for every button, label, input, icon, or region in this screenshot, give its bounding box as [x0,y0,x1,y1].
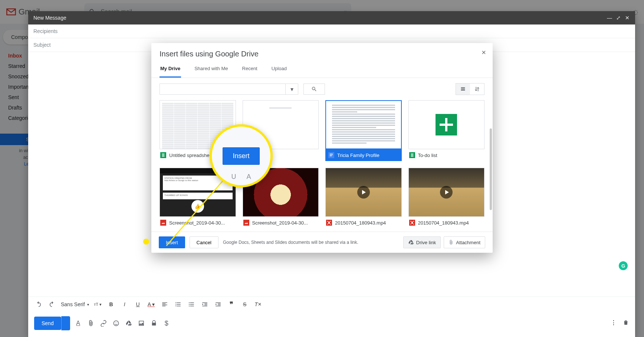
link-icon[interactable] [100,320,107,327]
remove-formatting-icon[interactable]: T✕ [254,300,263,309]
doc-thumb [326,101,401,148]
compose-title: New Message [33,15,66,21]
image-file-icon [243,220,249,226]
numbered-list-icon[interactable] [174,300,183,309]
close-icon[interactable]: ✕ [625,15,630,20]
file-card[interactable]: To-do list [408,100,485,161]
send-button[interactable]: Send [34,317,61,330]
picker-close-icon[interactable]: × [482,48,486,57]
footer-note: Google Docs, Sheets and Slides documents… [223,240,358,245]
picker-view-toggle [456,83,484,95]
text-format-icon[interactable]: A [75,320,82,327]
video-thumb [409,168,484,216]
tab-my-drive[interactable]: My Drive [160,60,181,78]
quote-icon[interactable]: ❞ [227,300,236,309]
picker-title: Insert files using Google Drive [151,43,493,60]
drive-icon[interactable] [125,320,132,327]
picker-footer: Insert Cancel Google Docs, Sheets and Sl… [151,232,493,253]
annotation-callout: Insert UA [210,124,273,187]
italic-icon[interactable]: I [120,300,129,309]
sheets-icon [160,152,166,158]
picker-search-input[interactable] [160,84,286,95]
tab-upload[interactable]: Upload [271,60,288,78]
picker-tabs: My Drive Shared with Me Recent Upload [151,60,493,78]
grammarly-badge[interactable]: G [619,261,628,270]
picker-search-button[interactable] [303,84,325,95]
recipients-field[interactable]: Recipients [28,24,635,38]
emoji-icon[interactable] [112,320,120,327]
send-row: Send A $ ⋮ [28,312,635,337]
sort-icon[interactable] [470,84,484,95]
font-size-icon[interactable]: тT ▾ [93,300,102,309]
play-icon [357,186,370,199]
file-card[interactable]: 20150704_180943.mp4 [408,168,485,229]
annotation-endpoint-dot [143,239,149,245]
attachment-chip[interactable]: Attachment [444,236,485,248]
indent-less-icon[interactable] [200,300,209,309]
formatting-toolbar: Sans Serif ▾ тT ▾ B I U A ▾ ❞ S T✕ [28,297,635,312]
svg-rect-11 [243,220,249,226]
strikethrough-icon[interactable]: S [240,300,249,309]
file-card[interactable]: 20150704_180943.mp4 [325,168,402,229]
text-color-icon[interactable]: A ▾ [147,300,156,309]
file-card[interactable]: Tricia Family Profile [325,100,402,161]
picker-search-dropdown[interactable]: ▾ [286,84,298,95]
callout-mini-labels: UA [212,173,270,181]
svg-point-4 [115,323,116,323]
svg-point-5 [116,323,117,323]
tab-shared[interactable]: Shared with Me [194,60,229,78]
sheets-icon [409,152,415,158]
svg-point-2 [188,305,189,306]
scrollbar-thumb[interactable] [490,128,492,210]
list-view-icon[interactable] [456,84,470,95]
video-file-icon [409,220,415,226]
video-thumb [326,168,401,216]
redo-icon[interactable] [47,300,56,309]
underline-icon[interactable]: U [134,300,142,309]
minimize-icon[interactable]: — [607,15,612,20]
confidential-icon[interactable] [150,320,158,327]
picker-search: ▾ [160,84,298,95]
undo-icon[interactable] [34,300,43,309]
tab-recent[interactable]: Recent [242,60,258,78]
picker-file-grid: Untitled spreadsheet U Tricia Family Pro… [151,100,493,229]
attach-icon[interactable] [87,320,95,327]
bullet-list-icon[interactable] [187,300,196,309]
more-options-icon[interactable]: ⋮ [611,319,617,327]
image-icon[interactable] [138,320,145,327]
money-icon[interactable]: $ [163,320,170,327]
svg-rect-10 [160,220,166,226]
drive-link-chip[interactable]: Drive link [403,236,441,248]
font-family-select[interactable]: Sans Serif ▾ [61,301,89,307]
align-icon[interactable] [160,300,169,309]
maximize-icon[interactable]: ⤢ [616,15,621,20]
cancel-button[interactable]: Cancel [190,236,218,248]
svg-point-3 [114,321,119,326]
discard-icon[interactable] [622,319,629,327]
indent-more-icon[interactable] [214,300,223,309]
video-file-icon [326,220,332,226]
picker-toolbar: ▾ [151,78,493,100]
drive-picker-modal: Insert files using Google Drive × My Dri… [151,43,493,253]
play-icon [440,186,453,199]
send-options-button[interactable] [61,316,70,330]
compose-titlebar: New Message — ⤢ ✕ [28,11,635,24]
docs-icon [328,152,334,158]
image-file-icon [160,220,166,226]
bold-icon[interactable]: B [107,300,116,309]
sheets-logo-thumb [436,114,457,135]
svg-point-0 [188,302,189,303]
callout-insert-button: Insert [223,147,259,165]
svg-point-1 [188,304,189,305]
